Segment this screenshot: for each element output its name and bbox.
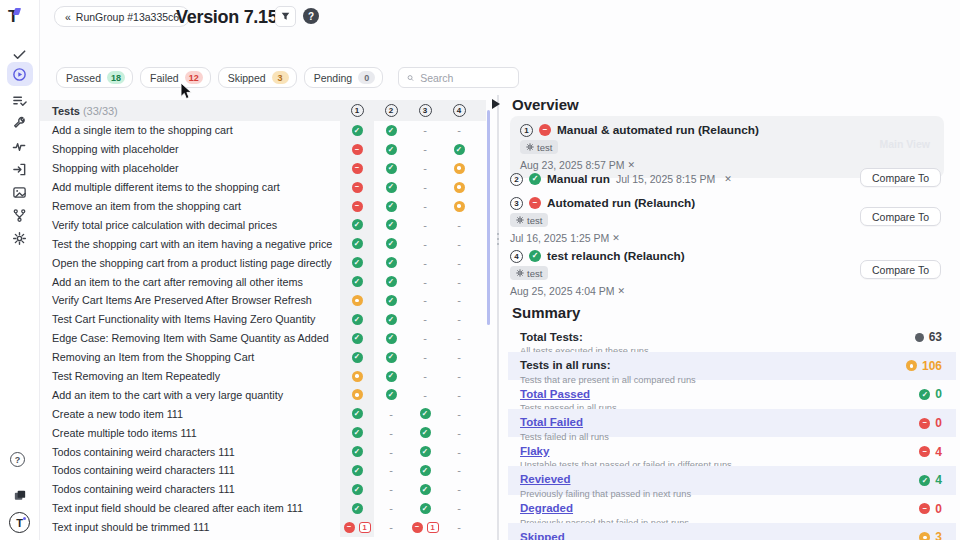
summary-label: Tests in all runs: xyxy=(520,359,611,371)
run-tag-line: test xyxy=(520,140,934,154)
branch-icon[interactable] xyxy=(7,203,33,227)
comment-badge[interactable]: 1 xyxy=(359,522,371,533)
no-result-dash: - xyxy=(423,219,427,231)
table-row[interactable]: Test Cart Functionality with Items Havin… xyxy=(40,310,486,329)
remove-run-icon[interactable]: ✕ xyxy=(618,286,626,296)
activity-icon[interactable] xyxy=(7,134,33,158)
scrollbar-thumb[interactable] xyxy=(487,110,490,325)
table-row[interactable]: Create multiple todo items 111✓-✓- xyxy=(40,423,486,442)
run-item-2[interactable]: 2✓Manual runJul 15, 2025 8:15 PM✕Compare… xyxy=(510,172,944,186)
filter-chip-pending[interactable]: Pending0 xyxy=(304,67,384,88)
table-row[interactable]: Text input should be trimmed 111−1-−1- xyxy=(40,518,486,537)
summary-link[interactable]: Flaky xyxy=(520,445,549,457)
remove-run-icon[interactable]: ✕ xyxy=(612,233,620,243)
table-row[interactable]: Add multiple different items to the shop… xyxy=(40,178,486,197)
summary-link[interactable]: Total Failed xyxy=(520,416,583,428)
summary-row[interactable]: Total FailedTests failed in all runs−0 xyxy=(508,409,956,438)
compare-to-button[interactable]: Compare To xyxy=(860,207,941,226)
help-icon[interactable]: ? xyxy=(10,452,25,467)
panel-divider[interactable] xyxy=(497,95,499,540)
status-cell: −1 xyxy=(340,518,374,537)
chip-label: Pending xyxy=(314,72,353,84)
collapse-panel-icon[interactable] xyxy=(492,99,500,109)
remove-run-icon[interactable]: ✕ xyxy=(724,174,732,184)
summary-count: 4 xyxy=(935,445,942,459)
comment-badge[interactable]: 1 xyxy=(427,522,439,533)
summary-row[interactable]: DegradedPreviously passed that failed in… xyxy=(508,495,956,524)
status-cell: ✓ xyxy=(340,310,374,329)
passed-icon: ✓ xyxy=(919,389,930,400)
summary-link[interactable]: Degraded xyxy=(520,502,573,514)
status-cell: - xyxy=(442,499,476,518)
table-row[interactable]: Test Removing an Item Repeatedly✓-- xyxy=(40,367,486,386)
run-number-circle: 3 xyxy=(419,104,432,117)
table-row[interactable]: Add an item to the cart with a very larg… xyxy=(40,385,486,404)
filter-chip-passed[interactable]: Passed18 xyxy=(56,67,133,88)
table-row[interactable]: Todos containing weird characters 111✓-✓… xyxy=(40,442,486,461)
table-row[interactable]: Verify Cart Items Are Preserved After Br… xyxy=(40,291,486,310)
status-cell: ✓ xyxy=(374,215,408,234)
summary-row[interactable]: RevievedPreviously failing that passed i… xyxy=(508,466,956,495)
table-row[interactable]: Todos containing weird characters 111✓-✓… xyxy=(40,480,486,499)
user-avatar[interactable]: T xyxy=(9,512,30,533)
test-name: Add multiple different items to the shop… xyxy=(40,181,340,193)
left-panel: « RunGroup #13a335c6 Version 7.15 ? Pass… xyxy=(40,0,486,540)
run-item-4[interactable]: 4✓test relaunch (Relaunch)testAug 25, 20… xyxy=(510,249,944,297)
passed-status-icon: ✓ xyxy=(352,314,363,325)
passed-status-icon: ✓ xyxy=(386,333,397,344)
app-logo[interactable]: T xyxy=(8,7,18,27)
table-row[interactable]: Add a single item to the shopping cart✓✓… xyxy=(40,121,486,140)
divider-grip[interactable] xyxy=(496,233,499,253)
search-input[interactable] xyxy=(420,72,510,84)
wrench-icon[interactable] xyxy=(7,111,33,135)
filter-button[interactable] xyxy=(275,6,296,27)
rungroup-back-button[interactable]: « RunGroup #13a335c6 xyxy=(54,6,190,27)
table-row[interactable]: Removing an Item from the Shopping Cart✓… xyxy=(40,348,486,367)
passed-status-icon: ✓ xyxy=(386,276,397,287)
run-number-circle: 2 xyxy=(385,104,398,117)
status-cell: ✓ xyxy=(408,423,442,442)
table-row[interactable]: Remove an item from the shopping cart−✓- xyxy=(40,197,486,216)
chip-count-badge: 3 xyxy=(272,71,289,84)
summary-row[interactable]: Total PassedTests passed in all runs✓0 xyxy=(508,380,956,409)
image-icon[interactable] xyxy=(7,180,33,204)
filter-chips: Passed18Failed12Skipped3Pending0 xyxy=(56,67,519,88)
library-icon[interactable] xyxy=(7,483,33,507)
remove-run-icon[interactable]: ✕ xyxy=(628,160,636,170)
run-column-header-1: 1 xyxy=(340,100,374,121)
table-row[interactable]: Todos containing weird characters 111✓-✓… xyxy=(40,461,486,480)
compare-to-button[interactable]: Compare To xyxy=(860,168,941,187)
run-title: Automated run (Relaunch) xyxy=(547,196,695,210)
summary-link[interactable]: Total Passed xyxy=(520,388,590,400)
table-row[interactable]: Shopping with placeholder−✓- xyxy=(40,159,486,178)
summary-link[interactable]: Revieved xyxy=(520,473,571,485)
runs-icon[interactable] xyxy=(7,62,33,86)
help-circle-icon[interactable]: ? xyxy=(303,8,319,24)
summary-row[interactable]: Skipped3 xyxy=(508,523,956,540)
compare-to-button[interactable]: Compare To xyxy=(860,260,941,279)
summary-count: 4 xyxy=(935,473,942,487)
table-row[interactable]: Verify total price calculation with deci… xyxy=(40,215,486,234)
search-box[interactable] xyxy=(398,67,519,88)
table-row[interactable]: Create a new todo item 111✓-✓- xyxy=(40,404,486,423)
table-row[interactable]: Edge Case: Removing Item with Same Quant… xyxy=(40,329,486,348)
summary-list: Total Tests:All tests executed in these … xyxy=(508,323,956,540)
table-row[interactable]: Open the shopping cart from a product li… xyxy=(40,253,486,272)
summary-row[interactable]: FlakyUnstable tests that passed or faile… xyxy=(508,437,956,466)
table-row[interactable]: Text input field should be cleared after… xyxy=(40,499,486,518)
status-cell: - xyxy=(408,121,442,140)
summary-link[interactable]: Skipped xyxy=(520,531,565,540)
filter-chip-failed[interactable]: Failed12 xyxy=(140,67,211,88)
table-row[interactable]: Add an item to the cart after removing a… xyxy=(40,272,486,291)
status-cell: ✓ xyxy=(374,234,408,253)
status-cell: - xyxy=(442,329,476,348)
status-cell: ✓ xyxy=(340,329,374,348)
settings-gear-icon[interactable] xyxy=(7,226,33,250)
run-item-3[interactable]: 3−Automated run (Relaunch)testJul 16, 20… xyxy=(510,196,944,244)
no-result-dash: - xyxy=(457,257,461,269)
table-row[interactable]: Test the shopping cart with an item havi… xyxy=(40,234,486,253)
test-list-icon[interactable] xyxy=(7,88,33,112)
filter-chip-skipped[interactable]: Skipped3 xyxy=(218,67,297,88)
import-icon[interactable] xyxy=(7,157,33,181)
table-row[interactable]: Shopping with placeholder−✓-✓ xyxy=(40,140,486,159)
